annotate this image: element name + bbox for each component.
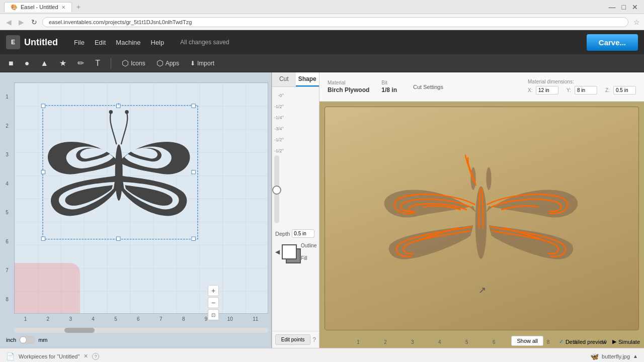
canvas-zoom-controls: + − ⊡ bbox=[208, 285, 219, 320]
apps-button[interactable]: ⬡ Apps bbox=[154, 57, 182, 69]
unit-toggle-thumb bbox=[20, 336, 27, 343]
menu-file[interactable]: File bbox=[70, 37, 89, 48]
dims-label: Material dimensions: bbox=[528, 79, 636, 84]
icons-button[interactable]: ⬡ Icons bbox=[119, 57, 148, 69]
bit-label: Bit bbox=[381, 80, 397, 85]
material-value[interactable]: Birch Plywood bbox=[328, 86, 369, 94]
logo-icon: E bbox=[6, 35, 20, 49]
svg-point-16 bbox=[486, 167, 491, 190]
depth-slider-thumb[interactable] bbox=[272, 186, 281, 195]
dim-x-label: X: bbox=[528, 87, 534, 93]
cut-shape-panel: Cut Shape -0° -1/2° -1/4° -3/4° -1/2° -1… bbox=[272, 72, 319, 348]
workpiece-file-icon: 🦋 bbox=[590, 352, 599, 360]
close-workpieces[interactable]: ✕ bbox=[84, 353, 88, 359]
tool-pen[interactable]: ✏ bbox=[75, 57, 87, 69]
depth-row: Depth bbox=[272, 227, 319, 240]
forward-button[interactable]: ▶ bbox=[17, 17, 26, 27]
tab-shape[interactable]: Shape bbox=[296, 72, 319, 86]
simulate-toggle[interactable]: ▶ Simulate bbox=[612, 338, 640, 345]
close-button[interactable]: ✕ bbox=[630, 3, 640, 11]
material-label: Material bbox=[328, 80, 369, 85]
design-canvas[interactable] bbox=[14, 82, 268, 314]
bookmark-icon[interactable]: ☆ bbox=[633, 18, 640, 26]
material-group: Material Birch Plywood bbox=[328, 80, 369, 94]
show-all-button[interactable]: Show all bbox=[511, 336, 543, 346]
canvas-panel[interactable]: 87654321 bbox=[0, 72, 272, 348]
cut-settings-button[interactable]: Cut Settings bbox=[409, 82, 447, 92]
dim-y-input bbox=[575, 86, 597, 95]
scroll-thumb[interactable] bbox=[64, 328, 95, 333]
preview-controls: ✓ Detailed preview ▶ Simulate bbox=[559, 338, 640, 345]
app-menu: File Edit Machine Help bbox=[70, 37, 168, 48]
minimize-button[interactable]: — bbox=[607, 3, 618, 11]
butterfly-design[interactable] bbox=[35, 103, 206, 244]
edit-points-button[interactable]: Edit points bbox=[275, 334, 310, 345]
main-area: 87654321 bbox=[0, 72, 644, 348]
horizontal-scrollbar[interactable] bbox=[14, 328, 268, 333]
bit-value[interactable]: 1/8 in bbox=[381, 86, 397, 94]
new-tab-button[interactable]: ＋ bbox=[75, 3, 82, 12]
zoom-in-button[interactable]: + bbox=[208, 285, 219, 296]
depth-slider-area: -0° -1/2° -1/4° -3/4° -1/2° -1/2° bbox=[272, 87, 319, 227]
import-button[interactable]: ⬇ Import bbox=[188, 58, 217, 68]
url-bar[interactable] bbox=[42, 17, 628, 27]
tool-star[interactable]: ★ bbox=[57, 57, 69, 69]
workpiece-expand[interactable]: ▲ bbox=[633, 353, 638, 359]
svg-rect-2 bbox=[41, 104, 45, 108]
help-workpieces[interactable]: ? bbox=[92, 353, 99, 360]
tab-cut[interactable]: Cut bbox=[272, 72, 296, 86]
preview-panel[interactable]: Material Birch Plywood Bit 1/8 in Cut Se… bbox=[319, 72, 644, 348]
svg-point-12 bbox=[115, 144, 123, 201]
depth-tick-labels: -0° -1/2° -1/4° -3/4° -1/2° -1/2° bbox=[274, 93, 284, 153]
app-title: Untitled bbox=[24, 37, 58, 48]
unit-mm-label: mm bbox=[38, 337, 47, 343]
back-button[interactable]: ◀ bbox=[4, 17, 14, 27]
title-bar: 🎨 Easel - Untitled ✕ ＋ — □ ✕ bbox=[0, 0, 644, 14]
depth-slider-track[interactable] bbox=[274, 155, 279, 223]
cut-shape-tabs: Cut Shape bbox=[272, 72, 319, 87]
dim-x-row: X: bbox=[528, 86, 558, 95]
svg-rect-4 bbox=[192, 104, 195, 108]
tool-rect[interactable]: ■ bbox=[6, 57, 16, 69]
tab-close[interactable]: ✕ bbox=[61, 5, 65, 10]
zoom-fit-button[interactable]: ⊡ bbox=[208, 309, 219, 320]
edit-points-help[interactable]: ? bbox=[312, 336, 316, 343]
unit-toggle-track[interactable] bbox=[19, 336, 35, 344]
svg-point-14 bbox=[125, 110, 128, 114]
zoom-out-button[interactable]: − bbox=[208, 297, 219, 308]
tool-text[interactable]: T bbox=[93, 57, 103, 69]
menu-edit[interactable]: Edit bbox=[91, 37, 110, 48]
simulate-label: Simulate bbox=[618, 339, 640, 345]
color-left-arrow[interactable]: ◀ bbox=[275, 248, 280, 255]
maximize-button[interactable]: □ bbox=[620, 3, 628, 11]
tool-ellipse[interactable]: ● bbox=[22, 57, 32, 69]
svg-rect-9 bbox=[192, 237, 195, 240]
browser-tab[interactable]: 🎨 Easel - Untitled ✕ bbox=[4, 2, 72, 12]
dim-y-label: Y: bbox=[567, 87, 573, 93]
menu-machine[interactable]: Machine bbox=[112, 37, 144, 48]
color-pickers: ◀ Outline Fill bbox=[272, 240, 319, 264]
fill-label: Fill bbox=[301, 255, 317, 261]
bit-group: Bit 1/8 in bbox=[381, 80, 397, 94]
svg-point-17 bbox=[475, 187, 487, 259]
unit-inch-label: inch bbox=[6, 337, 16, 343]
menu-help[interactable]: Help bbox=[147, 37, 169, 48]
simulate-icon: ▶ bbox=[612, 338, 616, 345]
refresh-button[interactable]: ↻ bbox=[29, 17, 39, 27]
dim-z-row: Z: bbox=[605, 86, 636, 95]
apps-icon: ⬡ bbox=[156, 58, 164, 68]
svg-rect-5 bbox=[41, 170, 45, 173]
workpiece-item: 🦋 butterfly.jpg ▲ bbox=[590, 352, 638, 360]
bottom-bar: 📄 Workpieces for "Untitled" ✕ ? 🦋 butter… bbox=[0, 348, 644, 362]
workpieces-title: Workpieces for "Untitled" bbox=[19, 353, 79, 359]
tool-triangle[interactable]: ▲ bbox=[38, 57, 51, 69]
outline-color-swatch[interactable] bbox=[282, 244, 297, 259]
cursor-indicator: ↗ bbox=[478, 285, 484, 290]
material-settings-bar: Material Birch Plywood Bit 1/8 in Cut Se… bbox=[319, 72, 644, 102]
detailed-preview-toggle[interactable]: ✓ Detailed preview bbox=[559, 338, 606, 345]
edit-points-row: Edit points ? bbox=[272, 331, 319, 348]
depth-input bbox=[292, 229, 314, 238]
workpieces-section: 📄 Workpieces for "Untitled" ✕ ? bbox=[6, 352, 582, 360]
y-axis-labels: 87654321 bbox=[0, 82, 14, 314]
carve-button[interactable]: Carve... bbox=[587, 34, 638, 51]
